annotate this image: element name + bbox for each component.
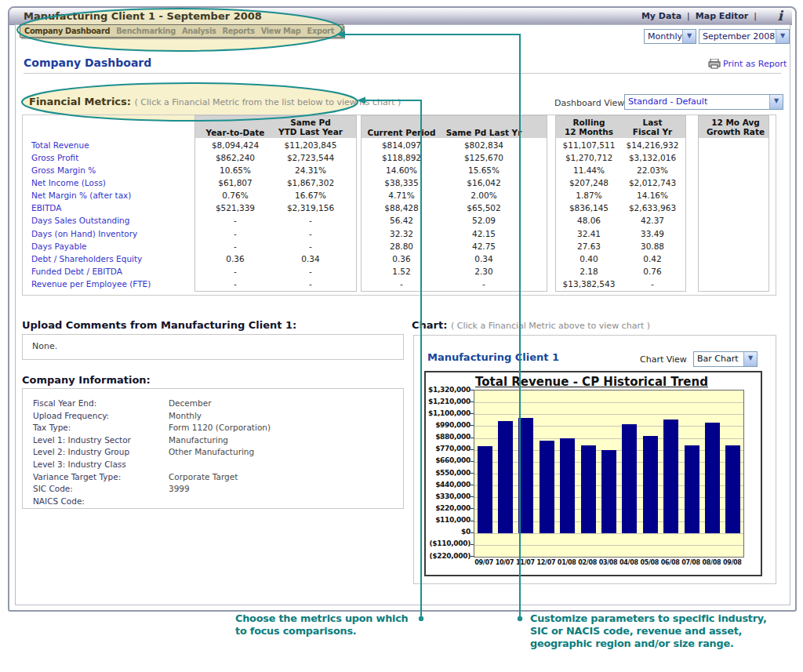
- metric-value: -: [601, 279, 703, 289]
- metric-link-funded-debt-ebitda[interactable]: Funded Debt / EBITDA: [31, 267, 192, 276]
- chart-view-select-arrow-icon[interactable]: ▼: [743, 352, 757, 366]
- nav-tab-analysis[interactable]: Analysis: [179, 27, 220, 35]
- metric-value: $11,203,845: [260, 140, 362, 150]
- metric-value: 0.34: [433, 254, 535, 263]
- metric-value: -: [433, 279, 535, 289]
- metric-value: 0.76: [601, 267, 703, 276]
- company-info-value: Monthly: [169, 411, 202, 420]
- print-as-report-link[interactable]: Print as Report: [723, 59, 787, 69]
- frequency-select-arrow-icon[interactable]: ▼: [682, 30, 696, 43]
- company-info-label: Variance Target Type:: [33, 472, 121, 481]
- y-axis-tick: [471, 413, 474, 414]
- bar-09/07: [478, 446, 492, 533]
- metric-value: -: [260, 279, 362, 289]
- annotation-right: Customize parameters to specific industr…: [530, 612, 789, 650]
- metric-value: $2,633,963: [601, 203, 703, 212]
- y-axis-label: $990,000: [420, 421, 471, 429]
- gridline: [474, 438, 743, 439]
- metric-value: $802,834: [433, 140, 535, 150]
- metric-link-revenue-per-employee-fte-[interactable]: Revenue per Employee (FTE): [31, 279, 192, 289]
- frequency-select[interactable]: Monthly ▼: [644, 29, 696, 44]
- x-axis-label: 10/07: [495, 559, 515, 566]
- gridline: [474, 533, 743, 534]
- y-axis-tick: [471, 449, 474, 450]
- metric-value: 42.75: [433, 242, 535, 251]
- y-axis-tick: [471, 521, 474, 521]
- y-axis-tick: [471, 485, 474, 485]
- y-axis-label: $550,000: [420, 469, 471, 477]
- upload-comments-box: None.: [22, 334, 404, 360]
- company-info-label: Level 2: Industry Group: [33, 447, 129, 456]
- company-info-value: December: [169, 398, 211, 408]
- my-data-link[interactable]: My Data: [641, 11, 681, 21]
- dashboard-view-select[interactable]: Standard - Default ▼: [624, 94, 783, 110]
- chart-view-label: Chart View: [640, 354, 687, 365]
- bar-09/08: [725, 445, 740, 533]
- metric-link-total-revenue[interactable]: Total Revenue: [31, 140, 192, 150]
- metric-value: -: [260, 216, 362, 225]
- chart-heading: Chart: ( Click a Financial Metric above …: [412, 319, 650, 331]
- metric-link-gross-margin-[interactable]: Gross Margin %: [31, 165, 192, 175]
- financial-metrics-hint: ( Click a Financial Metric from the list…: [135, 97, 402, 107]
- metric-link-debt-shareholders-equity[interactable]: Debt / Shareholders Equity: [31, 254, 192, 263]
- company-info-value: Other Manufacturing: [169, 447, 254, 456]
- metric-value: 15.65%: [433, 165, 535, 175]
- gridline: [474, 402, 743, 403]
- y-axis-tick: [471, 425, 474, 426]
- company-info-label: Level 3: Industry Class: [33, 460, 126, 469]
- y-axis-tick: [471, 556, 474, 557]
- top-links: My Data|Map Editor|: [641, 11, 762, 21]
- metric-group-box-3: [698, 115, 769, 292]
- metric-link-net-margin-after-tax-[interactable]: Net Margin % (after tax): [31, 191, 192, 200]
- y-axis-label: $440,000: [420, 481, 471, 489]
- company-info-label: NAICS Code:: [33, 496, 85, 506]
- x-axis-label: 06/08: [660, 559, 681, 566]
- x-axis-label: 11/07: [515, 559, 536, 566]
- period-select-arrow-icon[interactable]: ▼: [776, 30, 789, 43]
- y-axis-label: $1,210,000: [420, 398, 471, 405]
- financial-metrics-heading: Financial Metrics: ( Click a Financial M…: [29, 96, 401, 107]
- x-axis-label: 09/08: [722, 559, 743, 566]
- y-axis-label: $0: [420, 528, 471, 536]
- y-axis-label: $1,320,000: [420, 386, 471, 394]
- y-axis-label: $880,000: [420, 433, 471, 441]
- metric-value: 0.42: [601, 254, 703, 263]
- company-info-label: SIC Code:: [33, 484, 73, 493]
- nav-tab-benchmarking[interactable]: Benchmarking: [113, 27, 179, 35]
- metric-link-days-sales-outstanding[interactable]: Days Sales Outstanding: [31, 216, 192, 225]
- bar-06/08: [663, 420, 678, 533]
- y-axis-tick: [471, 496, 474, 497]
- nav-tab-reports[interactable]: Reports: [220, 27, 258, 35]
- x-axis-label: 02/08: [577, 559, 598, 566]
- metric-value: 30.88: [601, 242, 703, 251]
- bar-05/08: [643, 436, 658, 533]
- period-select[interactable]: September 2008 ▼: [699, 29, 790, 44]
- page: Manufacturing Client 1 - September 2008 …: [0, 0, 803, 672]
- info-icon[interactable]: i: [778, 8, 783, 24]
- window-title: Manufacturing Client 1 - September 2008: [24, 10, 262, 22]
- dashboard-view-select-arrow-icon[interactable]: ▼: [769, 95, 783, 109]
- metric-value: -: [260, 267, 362, 276]
- bar-01/08: [560, 438, 575, 533]
- nav-bar: Company DashboardBenchmarkingAnalysisRep…: [20, 24, 343, 38]
- metric-link-days-payable[interactable]: Days Payable: [31, 242, 192, 251]
- nav-tab-company-dashboard[interactable]: Company Dashboard: [21, 27, 113, 35]
- metric-value: $65,502: [433, 203, 535, 212]
- nav-tab-export[interactable]: Export: [304, 27, 337, 35]
- annotation-dot-right: [518, 616, 522, 621]
- chart-view-select[interactable]: Bar Chart ▼: [693, 351, 758, 367]
- column-header: Same Pd Last Yr: [429, 128, 539, 137]
- metric-link-gross-profit[interactable]: Gross Profit: [31, 153, 192, 162]
- x-axis-label: 05/08: [639, 559, 659, 566]
- metric-link-ebitda[interactable]: EBITDA: [31, 203, 192, 212]
- chart-plot-area: [474, 390, 744, 558]
- map-editor-link[interactable]: Map Editor: [696, 11, 748, 21]
- metric-link-days-on-hand-inventory[interactable]: Days (on Hand) Inventory: [31, 229, 192, 238]
- nav-tab-view-map[interactable]: View Map: [258, 27, 304, 35]
- metric-value: $16,042: [433, 178, 535, 187]
- bar-12/07: [540, 441, 554, 533]
- company-info-label: Level 1: Industry Sector: [33, 435, 131, 445]
- metric-link-net-income-loss-[interactable]: Net Income (Loss): [31, 178, 192, 187]
- y-axis-label: $330,000: [420, 492, 471, 500]
- bar-02/08: [581, 445, 596, 533]
